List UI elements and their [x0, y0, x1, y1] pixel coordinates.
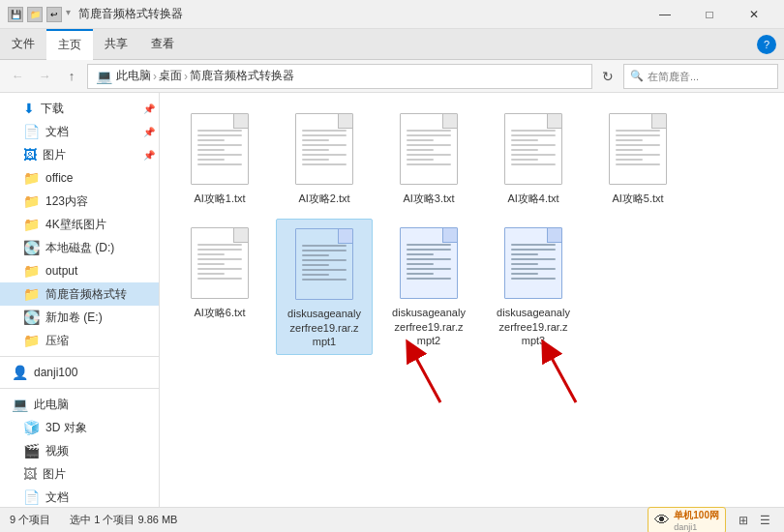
file-icon-wrapper [395, 110, 463, 188]
folder-output-icon: 📁 [23, 263, 40, 279]
file-icon-wrapper [604, 110, 672, 188]
sidebar-item-video[interactable]: 🎬 视频 [0, 439, 159, 462]
svg-line-1 [547, 349, 576, 402]
close-button[interactable]: ✕ [732, 0, 776, 29]
help-button[interactable]: ? [757, 35, 776, 54]
file-item[interactable]: AI攻略3.txt [380, 104, 477, 211]
file-name: AI攻略4.txt [507, 192, 558, 205]
maximize-button[interactable]: □ [687, 0, 732, 29]
folder-icon[interactable]: 📁 [27, 7, 43, 22]
sidebar-item-documents2[interactable]: 📄 文档 [0, 486, 159, 507]
save-icon[interactable]: 💾 [8, 7, 23, 22]
sidebar-item-label: 新加卷 (E:) [45, 310, 103, 326]
search-icon: 🔍 [630, 70, 644, 82]
folder-123-icon: 📁 [23, 193, 40, 209]
window-controls[interactable]: — □ ✕ [643, 0, 776, 29]
folder-4k-icon: 📁 [23, 217, 40, 232]
sidebar-item-3d[interactable]: 🧊 3D 对象 [0, 416, 159, 439]
file-item[interactable]: AI攻略2.txt [276, 104, 373, 211]
sidebar-item-output[interactable]: 📁 output [0, 259, 159, 282]
quick-access-dropdown[interactable]: ▾ [66, 7, 71, 22]
danji-badge: 👁 单机100网 danji1 [648, 507, 726, 533]
file-icon-wrapper [499, 224, 567, 302]
tab-home[interactable]: 主页 [46, 29, 93, 60]
back-button[interactable]: ← [6, 65, 29, 88]
sidebar-item-this-pc[interactable]: 💻 此电脑 [0, 393, 159, 416]
sidebar-item-pictures[interactable]: 🖼 图片 📌 [0, 143, 159, 166]
file-name: AI攻略2.txt [298, 192, 349, 205]
txt-file-icon [609, 113, 667, 185]
rar-file-icon [504, 227, 562, 299]
forward-button[interactable]: → [33, 65, 56, 88]
file-grid: AI攻略1.txt [171, 104, 772, 355]
titlebar: 💾 📁 ↩ ▾ 简鹿音频格式转换器 — □ ✕ [0, 0, 784, 29]
rar-file-icon [295, 228, 353, 300]
txt-file-icon [504, 113, 562, 185]
sidebar-item-download[interactable]: ⬇ 下载 📌 [0, 97, 159, 120]
main-area: ⬇ 下载 📌 📄 文档 📌 🖼 图片 📌 📁 office 📁 123内容 📁 … [0, 93, 784, 507]
disk-e-icon: 💽 [23, 310, 40, 325]
documents-icon: 📄 [23, 124, 40, 139]
titlebar-quick-access[interactable]: 💾 📁 ↩ ▾ [8, 7, 71, 22]
address-box[interactable]: 💻 此电脑 › 桌面 › 简鹿音频格式转换器 [87, 64, 592, 89]
minimize-button[interactable]: — [643, 0, 687, 29]
svg-line-0 [411, 349, 440, 402]
disk-d-icon: 💽 [23, 240, 40, 255]
office-folder-icon: 📁 [23, 170, 40, 186]
file-item-selected[interactable]: diskusageanalyzerfree19.rar.zmpt1 [276, 219, 373, 355]
file-item[interactable]: AI攻略4.txt [485, 104, 582, 211]
undo-icon[interactable]: ↩ [46, 7, 62, 22]
file-item[interactable]: AI攻略1.txt [171, 104, 268, 211]
large-icon-view[interactable]: ⊞ [734, 511, 753, 530]
this-pc-icon: 💻 [12, 397, 28, 412]
file-icon-wrapper [186, 110, 254, 188]
sidebar-item-danji[interactable]: 👤 danji100 [0, 361, 159, 384]
file-area: AI攻略1.txt [160, 93, 784, 507]
sidebar-item-label: 本地磁盘 (D:) [45, 240, 114, 256]
pictures2-icon: 🖼 [23, 466, 37, 482]
file-item[interactable]: diskusageanalyzerfree19.rar.zmpt3 [485, 219, 582, 355]
computer-icon: 💻 [96, 69, 112, 84]
addr-part-current[interactable]: 简鹿音频格式转换器 [190, 68, 294, 84]
file-item[interactable]: AI攻略5.txt [589, 104, 686, 211]
pictures-icon: 🖼 [23, 147, 37, 163]
statusbar: 9 个项目 选中 1 个项目 9.86 MB 👁 单机100网 danji1 ⊞… [0, 507, 784, 532]
user-icon: 👤 [12, 365, 28, 380]
file-icon-wrapper [395, 224, 463, 302]
tab-file[interactable]: 文件 [0, 29, 46, 60]
sidebar-item-local-d[interactable]: 💽 本地磁盘 (D:) [0, 236, 159, 259]
sidebar-item-label: 压缩 [45, 333, 69, 349]
txt-file-icon [191, 227, 249, 299]
file-item[interactable]: AI攻略6.txt [171, 219, 268, 355]
up-button[interactable]: ↑ [60, 65, 83, 88]
sidebar-item-label: 文档 [45, 489, 69, 506]
refresh-button[interactable]: ↻ [596, 65, 619, 88]
search-input[interactable] [648, 71, 771, 82]
file-item[interactable]: diskusageanalyzerfree19.rar.zmpt2 [380, 219, 477, 355]
sidebar-item-label: 下载 [41, 101, 64, 117]
list-view[interactable]: ☰ [755, 511, 774, 530]
documents2-icon: 📄 [23, 489, 40, 505]
sidebar-item-documents[interactable]: 📄 文档 📌 [0, 120, 159, 143]
addr-part-computer[interactable]: 此电脑 [116, 68, 151, 84]
sidebar-item-4k[interactable]: 📁 4K壁纸图片 [0, 213, 159, 236]
statusbar-right: 👁 单机100网 danji1 ⊞ ☰ [648, 507, 774, 533]
sidebar-item-new-e[interactable]: 💽 新加卷 (E:) [0, 306, 159, 329]
sidebar-item-jianlv[interactable]: 📁 简鹿音频格式转 [0, 282, 159, 306]
sidebar-item-pictures2[interactable]: 🖼 图片 [0, 462, 159, 486]
txt-file-icon [191, 113, 249, 185]
tab-share[interactable]: 共享 [93, 29, 139, 60]
rar-file-icon [400, 227, 458, 299]
tab-view[interactable]: 查看 [139, 29, 186, 60]
sidebar: ⬇ 下载 📌 📄 文档 📌 🖼 图片 📌 📁 office 📁 123内容 📁 … [0, 93, 160, 507]
sidebar-item-label: 图片 [43, 466, 66, 483]
addr-part-desktop[interactable]: 桌面 [159, 68, 182, 84]
sidebar-item-label: output [45, 264, 77, 278]
file-name: AI攻略6.txt [194, 306, 245, 319]
window-title: 简鹿音频格式转换器 [78, 6, 643, 22]
sidebar-item-123[interactable]: 📁 123内容 [0, 190, 159, 213]
file-name: diskusageanalyzerfree19.rar.zmpt1 [287, 307, 361, 348]
sidebar-item-compress[interactable]: 📁 压缩 [0, 329, 159, 352]
view-icons: ⊞ ☰ [734, 511, 774, 530]
sidebar-item-office[interactable]: 📁 office [0, 166, 159, 190]
